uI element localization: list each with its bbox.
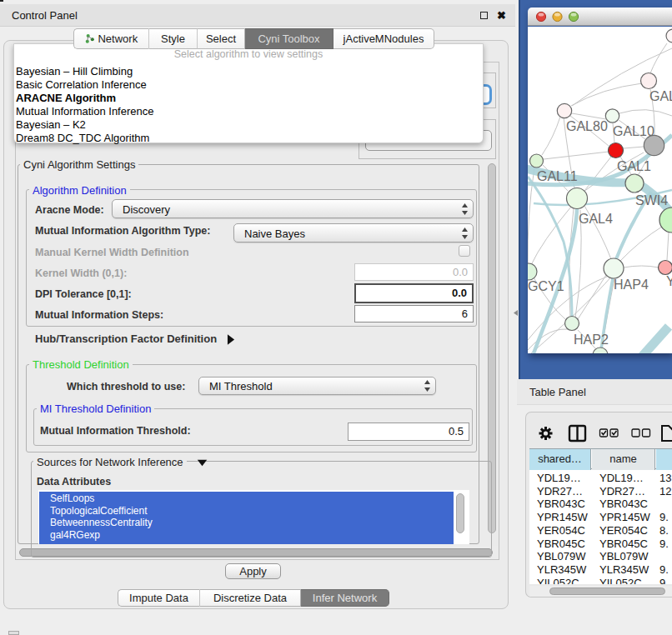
svg-text:GAL11: GAL11: [537, 169, 578, 183]
svg-text:YJR048W: YJR048W: [666, 274, 672, 288]
svg-text:HAP4: HAP4: [614, 278, 649, 292]
svg-text:GAL4: GAL4: [579, 212, 613, 226]
svg-text:SWI4: SWI4: [635, 193, 668, 208]
svg-text:GCY1: GCY1: [528, 279, 564, 293]
svg-text:GAL7: GAL7: [649, 89, 672, 103]
svg-text:HAP2: HAP2: [574, 332, 609, 347]
svg-text:GAL1: GAL1: [617, 159, 651, 173]
svg-text:GAL10: GAL10: [613, 124, 654, 138]
svg-text:GAL80: GAL80: [566, 119, 608, 133]
